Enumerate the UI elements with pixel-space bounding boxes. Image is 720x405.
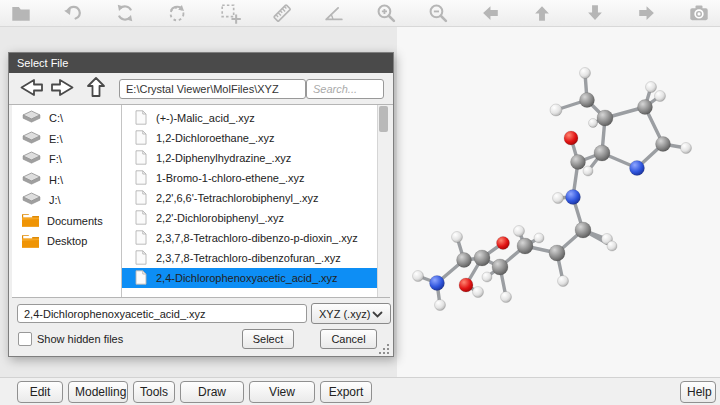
- zoom-out-icon[interactable]: [425, 1, 451, 25]
- file-icon: [135, 210, 147, 227]
- cancel-button[interactable]: Cancel: [320, 329, 377, 349]
- file-icon: [135, 230, 147, 247]
- sidebar-item-label: E:\: [49, 133, 62, 145]
- file-name: 2,3,7,8-Tetrachloro-dibenzo-p-dioxin_.xy…: [156, 232, 358, 244]
- forward-button[interactable]: [49, 77, 76, 101]
- sidebar-item-j[interactable]: J:\: [12, 190, 121, 211]
- angle-icon[interactable]: [321, 1, 347, 25]
- file-row[interactable]: 2,3,7,8-Tetrachloro-dibenzo-p-dioxin_.xy…: [122, 228, 390, 248]
- ruler-icon[interactable]: [269, 1, 295, 25]
- path-input[interactable]: [119, 79, 306, 99]
- sidebar: C:\E:\F:\H:\J:\DocumentsDesktop: [12, 105, 122, 297]
- dialog-title: Select File: [9, 53, 393, 73]
- menu-button-export[interactable]: Export: [320, 381, 372, 403]
- arrow-down-icon[interactable]: [582, 1, 608, 25]
- bottom-menubar: EditModellingToolsDrawViewExport Help: [0, 377, 720, 405]
- file-row[interactable]: 2,3,7,8-Tetrachloro-dibenzofuran_.xyz: [122, 248, 390, 268]
- up-arrow-icon: [85, 75, 107, 102]
- file-row[interactable]: 1-Bromo-1-chloro-ethene_.xyz: [122, 168, 390, 188]
- file-list: (+-)-Malic_acid_.xyz1,2-Dichloroethane_.…: [122, 105, 390, 297]
- filetype-label: XYZ (.xyz): [319, 308, 370, 320]
- dialog-bottom-row: XYZ (.xyz) Show hidden files Select Canc…: [9, 298, 393, 358]
- file-icon: [135, 190, 147, 207]
- sidebar-item-label: J:\: [49, 194, 61, 206]
- menu-button-view[interactable]: View: [249, 381, 315, 403]
- menu-group: EditModellingToolsDrawViewExport: [17, 381, 372, 403]
- show-hidden-files-label: Show hidden files: [37, 333, 123, 345]
- file-icon: [135, 250, 147, 267]
- select-button[interactable]: Select: [242, 329, 294, 349]
- rotate-cw-icon[interactable]: [164, 1, 190, 25]
- file-row[interactable]: (+-)-Malic_acid_.xyz: [122, 108, 390, 128]
- drive-icon: [21, 109, 42, 127]
- file-name: 2,3,7,8-Tetrachloro-dibenzofuran_.xyz: [156, 252, 341, 264]
- file-list-scrollbar[interactable]: [377, 105, 390, 297]
- file-row[interactable]: 1,2-Dichloroethane_.xyz: [122, 128, 390, 148]
- sidebar-item-c[interactable]: C:\: [12, 108, 121, 129]
- folder-icon[interactable]: [8, 1, 34, 25]
- back-arrow-icon: [18, 77, 45, 101]
- show-hidden-files-checkbox[interactable]: [18, 332, 32, 346]
- sidebar-item-e[interactable]: E:\: [12, 129, 121, 150]
- folder-orange-icon: [21, 233, 40, 250]
- sidebar-item-h[interactable]: H:\: [12, 170, 121, 191]
- file-icon: [135, 130, 147, 147]
- menu-button-tools[interactable]: Tools: [133, 381, 175, 403]
- sidebar-item-label: Desktop: [47, 235, 87, 247]
- search-input[interactable]: [306, 79, 384, 99]
- drive-icon: [21, 150, 42, 168]
- file-icon: [135, 270, 147, 287]
- back-button[interactable]: [18, 77, 45, 101]
- file-name: 1,2-Dichloroethane_.xyz: [156, 132, 275, 144]
- file-row[interactable]: 2,2',6,6'-Tetrachlorobiphenyl_.xyz: [122, 188, 390, 208]
- folder-orange-icon: [21, 212, 40, 229]
- file-name: 2,2'-Dichlorobiphenyl_.xyz: [156, 212, 284, 224]
- file-name: 2,2',6,6'-Tetrachlorobiphenyl_.xyz: [156, 192, 319, 204]
- file-name: 1,2-Diphenylhydrazine_.xyz: [156, 152, 291, 164]
- select-file-dialog: Select File C:\E:\F:\H:\J:\DocumentsDesk…: [8, 52, 394, 357]
- filetype-dropdown[interactable]: XYZ (.xyz): [311, 303, 391, 324]
- molecule-viewport[interactable]: [397, 27, 720, 377]
- select-region-icon[interactable]: [217, 1, 243, 25]
- drive-icon: [21, 171, 42, 189]
- file-name: 1-Bromo-1-chloro-ethene_.xyz: [156, 172, 305, 184]
- camera-icon[interactable]: [686, 1, 712, 25]
- forward-arrow-icon: [49, 77, 76, 101]
- file-row[interactable]: 2,4-Dichlorophenoxyacetic_acid_.xyz: [122, 268, 390, 288]
- resize-grip[interactable]: [387, 352, 389, 354]
- file-name: 2,4-Dichlorophenoxyacetic_acid_.xyz: [156, 272, 338, 284]
- up-button[interactable]: [85, 75, 107, 102]
- filename-input[interactable]: [17, 304, 307, 323]
- sidebar-item-desktop[interactable]: Desktop: [12, 231, 121, 252]
- file-icon: [135, 110, 147, 127]
- scrollbar-thumb[interactable]: [379, 106, 388, 132]
- arrow-up-icon[interactable]: [529, 1, 555, 25]
- arrow-right-icon[interactable]: [634, 1, 660, 25]
- file-row[interactable]: 1,2-Diphenylhydrazine_.xyz: [122, 148, 390, 168]
- help-button[interactable]: Help: [680, 381, 716, 403]
- menu-button-draw[interactable]: Draw: [180, 381, 244, 403]
- sidebar-item-label: C:\: [49, 112, 63, 124]
- chevron-down-icon: [372, 308, 383, 320]
- sidebar-item-label: F:\: [49, 153, 62, 165]
- sidebar-item-documents[interactable]: Documents: [12, 211, 121, 232]
- file-name: (+-)-Malic_acid_.xyz: [156, 112, 255, 124]
- drive-icon: [21, 130, 42, 148]
- menu-button-modelling[interactable]: Modelling: [68, 381, 128, 403]
- undo-icon[interactable]: [60, 1, 86, 25]
- menu-button-edit[interactable]: Edit: [17, 381, 63, 403]
- drive-icon: [21, 191, 42, 209]
- file-icon: [135, 170, 147, 187]
- file-browser-panel: C:\E:\F:\H:\J:\DocumentsDesktop (+-)-Mal…: [12, 105, 390, 298]
- rotate-icon[interactable]: [112, 1, 138, 25]
- file-icon: [135, 150, 147, 167]
- sidebar-item-f[interactable]: F:\: [12, 149, 121, 170]
- dialog-nav-row: [9, 73, 393, 105]
- sidebar-item-label: H:\: [49, 174, 63, 186]
- top-toolbar: [0, 0, 720, 27]
- app-window: Select File C:\E:\F:\H:\J:\DocumentsDesk…: [0, 0, 720, 405]
- file-row[interactable]: 2,2'-Dichlorobiphenyl_.xyz: [122, 208, 390, 228]
- zoom-in-icon[interactable]: [373, 1, 399, 25]
- arrow-left-icon[interactable]: [477, 1, 503, 25]
- sidebar-item-label: Documents: [47, 215, 103, 227]
